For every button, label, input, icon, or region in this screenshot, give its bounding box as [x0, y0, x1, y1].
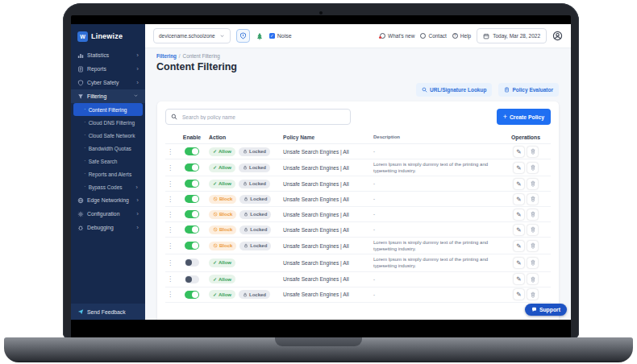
bullet-icon: ·	[84, 132, 86, 139]
sidebar-item-label: Safe Search	[89, 159, 118, 164]
whats-new-label: What's new	[388, 33, 414, 39]
date-picker-button[interactable]: Today, Mar 28, 2022	[477, 28, 547, 43]
sidebar-item-cloud-dns-filtering[interactable]: ·Cloud DNS Filtering	[73, 116, 143, 129]
policy-description: -	[373, 196, 501, 202]
policy-search[interactable]	[165, 109, 351, 125]
edit-button[interactable]: ✎	[514, 194, 524, 205]
whats-new-link[interactable]: What's new	[380, 33, 414, 39]
drag-handle[interactable]: ⋮	[165, 148, 175, 155]
enable-toggle[interactable]	[185, 210, 199, 218]
edit-button[interactable]: ✎	[514, 289, 524, 300]
sidebar-item-filtering[interactable]: Filtering	[71, 89, 145, 103]
table-row: ⋮✓AllowLockedUnsafe Search Engines | All…	[165, 176, 551, 192]
help-icon: ?	[452, 33, 458, 39]
sidebar-item-statistics[interactable]: Statistics›	[71, 48, 145, 62]
drag-handle[interactable]: ⋮	[165, 242, 175, 250]
checkbox-checked-icon[interactable]: ✓	[269, 33, 275, 39]
table-header-policy-name: Policy Name	[283, 134, 373, 140]
policy-description: Lorem Ipsum is simply dummy text of the …	[373, 256, 501, 269]
device-dropdown[interactable]: devicename.schoolzone	[153, 28, 231, 43]
allow-badge-label: Allow	[219, 260, 231, 265]
sidebar-item-label: Bypass Codes	[89, 184, 123, 190]
enable-toggle[interactable]	[185, 147, 199, 155]
sidebar-item-safe-search[interactable]: ·Safe Search	[73, 155, 143, 168]
enable-toggle[interactable]	[185, 275, 199, 283]
chevron-right-icon: ›	[136, 66, 139, 72]
brand-logo[interactable]: W Linewize	[71, 24, 145, 48]
drag-handle[interactable]: ⋮	[165, 259, 175, 267]
sidebar-item-label: Bandwidth Quotas	[89, 146, 131, 151]
contact-link[interactable]: Contact	[420, 33, 446, 39]
policy-name: Unsafe Search Engines | All	[283, 260, 373, 266]
edit-button[interactable]: ✎	[514, 163, 524, 173]
drag-handle[interactable]: ⋮	[165, 180, 175, 188]
delete-button[interactable]	[527, 147, 538, 157]
notification-dot	[379, 36, 381, 39]
trash-icon	[530, 292, 536, 298]
policy-evaluator-button[interactable]: Policy Evaluator	[498, 83, 559, 97]
sidebar-item-cloud-safe-network[interactable]: ·Cloud Safe Network	[73, 129, 143, 142]
delete-button[interactable]	[527, 241, 538, 251]
tree-icon[interactable]	[256, 32, 264, 40]
drag-handle[interactable]: ⋮	[165, 211, 175, 218]
delete-button[interactable]	[527, 258, 538, 268]
policy-description: -	[373, 211, 501, 217]
locked-badge: Locked	[239, 147, 270, 156]
sidebar-item-reports[interactable]: Reports›	[71, 62, 145, 76]
drag-handle[interactable]: ⋮	[165, 275, 175, 283]
delete-button[interactable]	[527, 209, 538, 220]
edit-button[interactable]: ✎	[514, 179, 524, 189]
user-avatar-button[interactable]	[552, 31, 563, 41]
drag-handle[interactable]: ⋮	[165, 164, 175, 172]
enable-toggle[interactable]	[185, 195, 199, 203]
enable-toggle[interactable]	[185, 259, 199, 267]
delete-button[interactable]	[527, 163, 538, 173]
enable-toggle[interactable]	[185, 180, 199, 188]
delete-button[interactable]	[527, 179, 538, 189]
edit-button[interactable]: ✎	[514, 241, 524, 251]
edit-button[interactable]: ✎	[514, 147, 524, 157]
search-input[interactable]	[181, 114, 345, 121]
create-policy-button[interactable]: + Create Policy	[497, 109, 551, 125]
sidebar: W Linewize Statistics›Reports›Cyber Safe…	[71, 24, 145, 320]
sidebar-item-configuration[interactable]: Configuration›	[71, 207, 145, 221]
enable-toggle[interactable]	[185, 225, 199, 234]
edit-button[interactable]: ✎	[514, 258, 524, 268]
delete-button[interactable]	[527, 225, 538, 235]
sidebar-item-bypass-codes[interactable]: ·Bypass Codes›	[73, 180, 143, 193]
support-button[interactable]: Support	[525, 304, 567, 316]
sidebar-item-cyber-safety[interactable]: Cyber Safety›	[71, 76, 145, 89]
block-badge-label: Block	[219, 212, 232, 217]
sidebar-item-reports-and-alerts[interactable]: ·Reports and Alerts	[73, 168, 143, 180]
enable-toggle[interactable]	[185, 291, 199, 299]
drag-handle[interactable]: ⋮	[165, 196, 175, 203]
drag-handle[interactable]: ⋮	[165, 291, 175, 298]
laptop-camera	[319, 11, 323, 14]
check-icon: ✓	[213, 260, 217, 265]
breadcrumb-parent-link[interactable]: Filtering	[156, 53, 177, 59]
enable-toggle[interactable]	[185, 163, 199, 172]
sidebar-item-debugging[interactable]: Debugging›	[71, 221, 145, 234]
noise-checkbox-group[interactable]: ✓ Noise	[269, 33, 292, 39]
sidebar-item-bandwidth-quotas[interactable]: ·Bandwidth Quotas	[73, 142, 143, 155]
edit-button[interactable]: ✎	[514, 209, 524, 220]
edit-button[interactable]: ✎	[514, 225, 524, 235]
enable-cell	[175, 147, 209, 155]
delete-button[interactable]	[527, 194, 538, 205]
help-link[interactable]: ? Help	[452, 33, 471, 39]
send-feedback-button[interactable]: Send Feedback	[71, 304, 145, 320]
sidebar-item-content-filtering[interactable]: ·Content Filtering	[73, 103, 143, 116]
enable-cell	[175, 210, 209, 218]
table-row: ⋮✓AllowUnsafe Search Engines | All-✎	[165, 272, 551, 287]
delete-button[interactable]	[527, 274, 538, 284]
sidebar-item-edge-networking[interactable]: Edge Networking›	[71, 193, 145, 207]
edit-button[interactable]: ✎	[514, 274, 524, 284]
drag-handle[interactable]: ⋮	[165, 226, 175, 234]
allow-badge: ✓Allow	[209, 275, 235, 283]
url-signature-lookup-button[interactable]: URL/Signature Lookup	[416, 83, 492, 97]
enable-toggle[interactable]	[185, 242, 199, 250]
lock-icon	[243, 292, 248, 297]
operations-cell: ✎	[501, 225, 551, 235]
filter-shield-button[interactable]	[236, 29, 250, 43]
delete-button[interactable]	[527, 289, 538, 300]
